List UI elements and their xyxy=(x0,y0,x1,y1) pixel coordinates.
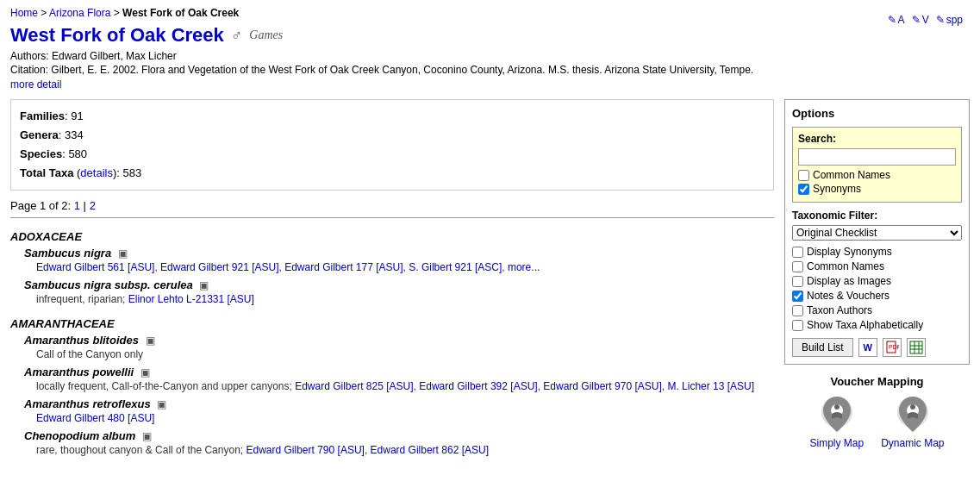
tax-filter-select[interactable]: Original Checklist All Taxa xyxy=(792,225,962,241)
species-name: Chenopodium album xyxy=(24,429,135,442)
edit-a-icon: ✎ xyxy=(888,14,896,26)
games-link[interactable]: Games xyxy=(249,28,283,42)
common-names-label: Common Names xyxy=(813,169,890,181)
search-box: Search: Common Names Synonyms xyxy=(792,127,962,203)
voucher-icon[interactable]: ▣ xyxy=(142,430,152,442)
right-panel: Options Search: Common Names Synonyms xyxy=(784,99,970,461)
gender-icon: ♂ xyxy=(231,27,243,45)
spp-button[interactable]: ✎spp xyxy=(936,14,963,26)
voucher-link[interactable]: Edward Gilbert 177 [ASU] xyxy=(284,261,403,273)
svg-point-9 xyxy=(834,404,840,410)
breadcrumb-arizona-flora[interactable]: Arizona Flora xyxy=(49,7,110,19)
family-adoxaceae: ADOXACEAE xyxy=(10,230,774,243)
total-taxa-label: Total Taxa xyxy=(20,166,73,179)
voucher-link[interactable]: Edward Gilbert 480 [ASU] xyxy=(36,412,154,424)
common-names-filter-row: Common Names xyxy=(792,260,962,272)
voucher-link[interactable]: M. Licher 13 [ASU] xyxy=(667,380,754,392)
species-row: Sambucus nigra subsp. cerulea ▣ xyxy=(24,278,774,291)
left-panel: Families: 91 Genera: 334 Species: 580 To… xyxy=(10,99,774,461)
edit-v-button[interactable]: ✎V xyxy=(912,14,929,26)
simply-map-link[interactable]: Simply Map xyxy=(809,395,864,449)
voucher-link[interactable]: S. Gilbert 921 [ASC] xyxy=(409,261,502,273)
notes-vouchers-row: Notes & Vouchers xyxy=(792,290,962,302)
species-name: Sambucus nigra xyxy=(24,247,111,260)
export-word-icon[interactable]: W xyxy=(858,338,877,357)
voucher-icon[interactable]: ▣ xyxy=(118,247,128,260)
synonyms-row: Synonyms xyxy=(798,183,956,195)
voucher-icon[interactable]: ▣ xyxy=(146,335,155,347)
voucher-link[interactable]: Edward Gilbert 392 [ASU] xyxy=(419,380,537,392)
families-stat: Families: 91 xyxy=(20,107,765,126)
svg-rect-2 xyxy=(910,341,922,353)
genera-stat: Genera: 334 xyxy=(20,126,765,145)
voucher-mapping-section: Voucher Mapping Simply Map xyxy=(784,375,970,449)
species-stat: Species: 580 xyxy=(20,145,765,164)
display-synonyms-checkbox[interactable] xyxy=(792,247,803,258)
search-input[interactable] xyxy=(798,148,956,166)
voucher-link[interactable]: Edward Gilbert 790 [ASU] xyxy=(247,444,365,456)
toolbar: ✎A ✎V ✎spp xyxy=(888,14,963,26)
voucher-line: Edward Gilbert 561 [ASU], Edward Gilbert… xyxy=(36,261,774,273)
notes-vouchers-checkbox[interactable] xyxy=(792,291,803,302)
families-label: Families xyxy=(20,109,65,122)
taxon-authors-checkbox[interactable] xyxy=(792,305,803,316)
authors-line: Authors: Edward Gilbert, Max Licher xyxy=(10,50,970,62)
display-synonyms-row: Display Synonyms xyxy=(792,246,962,258)
common-names-checkbox[interactable] xyxy=(798,170,809,181)
voucher-link[interactable]: Edward Gilbert 862 [ASU] xyxy=(371,444,489,456)
genera-value: 334 xyxy=(65,128,84,141)
breadcrumb-home[interactable]: Home xyxy=(10,7,38,19)
display-images-checkbox[interactable] xyxy=(792,276,803,287)
edit-a-button[interactable]: ✎A xyxy=(888,14,905,26)
notes-vouchers-label: Notes & Vouchers xyxy=(807,290,889,302)
details-link[interactable]: details xyxy=(80,166,113,179)
page-2-link[interactable]: 2 xyxy=(90,199,96,212)
pagination-separator: | xyxy=(84,199,86,212)
page-title-row: West Fork of Oak Creek ♂ Games xyxy=(10,24,970,47)
synonyms-checkbox[interactable] xyxy=(798,184,809,195)
voucher-mapping-title: Voucher Mapping xyxy=(784,375,970,388)
voucher-line: Call of the Canyon only xyxy=(36,348,774,360)
species-row: Amaranthus powellii ▣ xyxy=(24,366,774,378)
show-alphabetically-checkbox[interactable] xyxy=(792,320,803,331)
dynamic-map-icon xyxy=(896,395,930,434)
species-label: Species xyxy=(20,147,62,160)
voucher-icon[interactable]: ▣ xyxy=(157,398,166,410)
common-names-row: Common Names xyxy=(798,169,956,181)
voucher-link[interactable]: Edward Gilbert 561 [ASU] xyxy=(36,261,154,273)
voucher-link[interactable]: Edward Gilbert 970 [ASU] xyxy=(543,380,661,392)
species-name: Amaranthus powellii xyxy=(24,366,134,378)
build-list-button[interactable]: Build List xyxy=(792,338,853,357)
more-detail-link[interactable]: more detail xyxy=(10,78,61,91)
voucher-icon[interactable]: ▣ xyxy=(140,366,150,378)
common-names-filter-checkbox[interactable] xyxy=(792,261,803,272)
taxon-authors-row: Taxon Authors xyxy=(792,304,962,316)
show-alphabetically-label: Show Taxa Alphabetically xyxy=(807,319,923,331)
display-images-label: Display as Images xyxy=(807,275,891,287)
voucher-link[interactable]: Edward Gilbert 825 [ASU] xyxy=(295,380,413,392)
breadcrumb: Home > Arizona Flora > West Fork of Oak … xyxy=(10,7,970,19)
species-row: Amaranthus retroflexus ▣ xyxy=(24,397,774,410)
voucher-link[interactable]: Edward Gilbert 921 [ASU] xyxy=(160,261,278,273)
species-name: Amaranthus blitoides xyxy=(24,334,139,347)
spp-icon: ✎ xyxy=(936,14,945,26)
voucher-line: Edward Gilbert 480 [ASU] xyxy=(36,412,774,424)
voucher-icon[interactable]: ▣ xyxy=(199,279,209,291)
species-row: Sambucus nigra ▣ xyxy=(24,247,774,260)
svg-point-12 xyxy=(910,404,915,410)
show-alphabetically-row: Show Taxa Alphabetically xyxy=(792,319,962,331)
species-name: Amaranthus retroflexus xyxy=(24,397,151,410)
families-value: 91 xyxy=(71,109,83,122)
options-title: Options xyxy=(792,107,962,120)
stats-box: Families: 91 Genera: 334 Species: 580 To… xyxy=(10,99,774,191)
options-panel: Options Search: Common Names Synonyms xyxy=(784,99,970,365)
voucher-link[interactable]: Elinor Lehto L-21331 [ASU] xyxy=(128,293,254,305)
dynamic-map-label: Dynamic Map xyxy=(881,437,944,449)
export-table-icon[interactable] xyxy=(907,338,926,357)
export-pdf-icon[interactable]: PDF xyxy=(883,338,902,357)
voucher-more-link[interactable]: more... xyxy=(508,261,540,273)
dynamic-map-link[interactable]: Dynamic Map xyxy=(881,395,944,449)
voucher-line: infrequent, riparian; Elinor Lehto L-213… xyxy=(36,293,774,305)
species-row: Chenopodium album ▣ xyxy=(24,429,774,442)
page-1-link[interactable]: 1 xyxy=(74,199,80,212)
